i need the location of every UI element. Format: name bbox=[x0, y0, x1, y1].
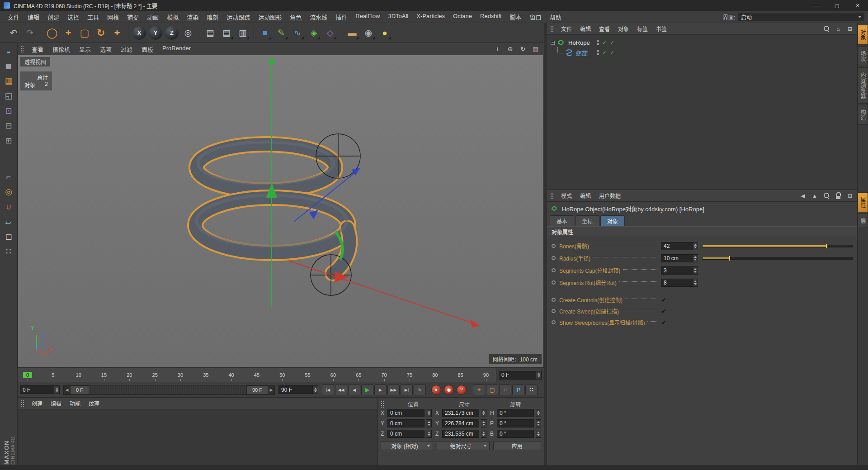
attribute-menu-item[interactable]: 模式 bbox=[557, 192, 576, 199]
spinner-icon[interactable] bbox=[426, 419, 432, 427]
attribute-tab[interactable]: 基本 bbox=[550, 215, 574, 226]
next-frame-button[interactable]: ▶ bbox=[374, 385, 387, 395]
dock-tab[interactable]: 构造 bbox=[858, 105, 868, 125]
panel-splitter[interactable] bbox=[544, 23, 547, 465]
object-label[interactable]: 螺旋 bbox=[576, 48, 588, 57]
viewport-canvas[interactable]: 透视视图 总计 对象 2 网格间距：100 cm Y Z X bbox=[18, 55, 544, 368]
menubar-item[interactable]: 选择 bbox=[63, 13, 83, 21]
spline-pen-icon[interactable]: ✎ bbox=[274, 25, 289, 41]
menubar-item[interactable]: 雕刻 bbox=[203, 13, 222, 21]
timeline-tick[interactable]: 35 bbox=[201, 372, 210, 378]
menubar-item[interactable]: 帮助 bbox=[546, 13, 566, 21]
frame-spinner[interactable]: 0 F bbox=[496, 368, 544, 382]
render-check-icon[interactable]: ✓ bbox=[610, 49, 614, 56]
rotation-field[interactable]: B0 ° bbox=[490, 430, 541, 438]
parameter-value-field[interactable]: 42 bbox=[661, 242, 698, 250]
add-panel-icon[interactable]: ⊞ bbox=[846, 192, 854, 200]
parameter-value-field[interactable]: 8 bbox=[661, 279, 698, 287]
rotation-field[interactable]: H0 ° bbox=[490, 409, 541, 417]
timeline-tick[interactable]: 60 bbox=[329, 372, 338, 378]
timeline-tick[interactable]: 30 bbox=[176, 372, 185, 378]
deformer-icon[interactable]: ◇ bbox=[322, 25, 338, 41]
coord-mode-dropdown[interactable]: 对象 (相对) bbox=[381, 441, 433, 450]
size-mode-dropdown[interactable]: 绝对尺寸 bbox=[437, 441, 489, 450]
play-button[interactable]: ▶ bbox=[361, 385, 373, 395]
viewport-menu-item[interactable]: 选项 bbox=[95, 45, 116, 53]
position-field[interactable]: X0 cm bbox=[381, 409, 432, 417]
parameter-value-field[interactable]: 3 bbox=[661, 266, 698, 275]
attribute-tab[interactable]: 对象 bbox=[600, 215, 625, 226]
rotation-key-icon[interactable]: ○ bbox=[499, 385, 511, 395]
parameter-slider[interactable] bbox=[702, 254, 853, 262]
spinner-icon[interactable] bbox=[693, 254, 698, 262]
coordinate-system-icon[interactable]: ◎ bbox=[180, 25, 196, 41]
viewport-menu-item[interactable]: 显示 bbox=[75, 45, 95, 53]
timeline-tick[interactable]: 55 bbox=[303, 372, 312, 378]
keyframe-dot-icon[interactable] bbox=[552, 244, 556, 248]
move-tool-icon[interactable]: + bbox=[61, 25, 76, 41]
menubar-item[interactable]: 捕捉 bbox=[123, 13, 143, 21]
range-right-arrow-icon[interactable]: ▶ bbox=[268, 388, 274, 392]
viewport-menu-item[interactable]: 摄像机 bbox=[48, 45, 75, 53]
pan-view-icon[interactable]: + bbox=[492, 44, 503, 54]
pla-key-icon[interactable]: ∷ bbox=[525, 385, 538, 395]
timeline-tick[interactable]: 65 bbox=[354, 372, 363, 378]
menubar-item[interactable]: 创建 bbox=[43, 13, 63, 21]
scale-tool-icon[interactable]: ▢ bbox=[77, 25, 92, 41]
toggle-views-icon[interactable]: ▦ bbox=[530, 44, 541, 54]
spinner-icon[interactable] bbox=[481, 419, 486, 427]
undo-icon[interactable]: ↶ bbox=[6, 25, 21, 41]
position-key-icon[interactable]: + bbox=[473, 385, 485, 395]
autokey-button[interactable]: ◉ bbox=[444, 385, 454, 395]
lock-workplane-icon[interactable]: ◻ bbox=[2, 230, 15, 243]
range-left-arrow-icon[interactable]: ◀ bbox=[64, 388, 70, 392]
menubar-item[interactable]: RealFlow bbox=[351, 13, 384, 21]
search-icon[interactable] bbox=[822, 192, 830, 200]
object-manager-menu-item[interactable]: 书签 bbox=[652, 25, 671, 33]
object-manager-menu-item[interactable]: 对象 bbox=[614, 25, 633, 33]
attribute-tab[interactable]: 坐标 bbox=[575, 215, 599, 226]
object-manager-menu-item[interactable]: 标签 bbox=[633, 25, 652, 33]
enable-check-icon[interactable]: ✓ bbox=[602, 39, 607, 46]
snap-icon[interactable]: ∪ bbox=[2, 200, 15, 214]
timeline-tick[interactable]: 45 bbox=[252, 372, 261, 378]
expand-collapse-icon[interactable] bbox=[551, 41, 555, 45]
spline-primitives-icon[interactable]: ∿ bbox=[290, 25, 305, 41]
material-list-area[interactable] bbox=[18, 409, 377, 465]
camera-icon[interactable]: ◉ bbox=[361, 25, 376, 41]
viewport-menu-item[interactable]: 查看 bbox=[27, 45, 48, 53]
menubar-item[interactable]: 模拟 bbox=[163, 13, 183, 21]
size-field[interactable]: Y226.784 cm bbox=[435, 419, 486, 427]
parameter-value-field[interactable]: 10 cm bbox=[661, 254, 698, 262]
spinner-icon[interactable] bbox=[693, 242, 698, 250]
spinner-icon[interactable] bbox=[426, 409, 432, 417]
spinner-icon[interactable] bbox=[693, 266, 698, 275]
parameter-checkbox[interactable]: ✔ bbox=[661, 296, 698, 304]
menubar-item[interactable]: 窗口 bbox=[526, 13, 546, 21]
point-mode-icon[interactable]: ⊡ bbox=[2, 104, 15, 118]
material-menu-item[interactable]: 功能 bbox=[66, 399, 85, 407]
polygon-mode-icon[interactable]: ⊞ bbox=[2, 134, 15, 147]
goto-start-button[interactable]: |◀ bbox=[322, 385, 334, 395]
rotate-view-icon[interactable]: ↻ bbox=[517, 44, 528, 54]
spinner-icon[interactable] bbox=[536, 419, 541, 427]
record-keyframe-button[interactable]: ● bbox=[431, 385, 441, 395]
menubar-item[interactable]: 网格 bbox=[103, 13, 123, 21]
timeline-tick[interactable]: 50 bbox=[278, 372, 287, 378]
scale-key-icon[interactable]: ▢ bbox=[486, 385, 498, 395]
lock-icon[interactable] bbox=[834, 192, 842, 200]
render-view-icon[interactable]: ▤ bbox=[203, 25, 218, 41]
menubar-item[interactable]: 文件 bbox=[4, 13, 24, 21]
dock-tab[interactable]: 内容浏览器 bbox=[858, 67, 868, 104]
spinner-icon[interactable] bbox=[536, 371, 542, 380]
keyframe-dot-icon[interactable] bbox=[552, 280, 556, 285]
record-options-button[interactable]: ? bbox=[457, 385, 467, 395]
timeline-tick[interactable]: 15 bbox=[99, 372, 108, 378]
timeline-tick[interactable]: 5 bbox=[48, 372, 57, 378]
model-mode-icon[interactable]: ◼ bbox=[2, 59, 15, 73]
current-frame-field[interactable]: 0 F bbox=[20, 385, 60, 394]
timeline-tick[interactable]: 40 bbox=[227, 372, 236, 378]
menubar-item[interactable]: 编辑 bbox=[24, 13, 43, 21]
close-button[interactable]: ✕ bbox=[847, 0, 868, 11]
z-axis-lock-icon[interactable]: Z bbox=[165, 26, 179, 40]
